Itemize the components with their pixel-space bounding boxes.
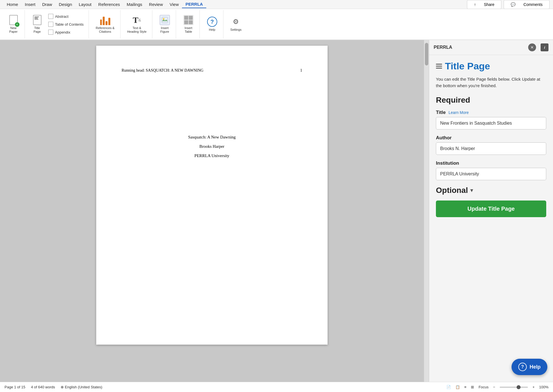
menu-references[interactable]: References — [95, 1, 123, 8]
view-icon-3: ⊞ — [471, 385, 474, 389]
optional-label-text: Optional — [436, 186, 468, 195]
help-fab-button[interactable]: ? Help — [512, 359, 547, 375]
document-page: Running head: SASQUATCH: A NEW DAWNING 1… — [96, 46, 328, 345]
insert-figure-icon — [160, 15, 170, 25]
text-heading-button[interactable]: T & Text &Heading Style — [125, 14, 149, 35]
field-group-institution: Institution — [436, 160, 546, 180]
ribbon-group-refs: References &Citations — [90, 10, 120, 38]
update-title-page-button[interactable]: Update Title Page — [436, 201, 546, 217]
title-page-label: TitlePage — [34, 26, 41, 34]
page-content: Sasquatch: A New Dawning Brooks Harper P… — [122, 135, 302, 158]
refs-label: References &Citations — [96, 26, 115, 34]
status-bar: Page 1 of 15 4 of 640 words ⊗ English (U… — [0, 382, 553, 392]
focus-label[interactable]: Focus — [479, 385, 488, 389]
new-paper-icon — [8, 15, 19, 25]
title-page-icon — [32, 15, 42, 25]
doc-author: Brooks Harper — [199, 144, 225, 149]
panel-header-title: PERRLA — [434, 45, 452, 50]
ribbon-stack-pages: Abstract Table of Contents Appendix — [47, 13, 85, 36]
ribbon-group-settings: ⚙ Settings — [225, 10, 247, 38]
menu-perrla[interactable]: PERRLA — [182, 1, 206, 8]
toc-icon — [48, 22, 53, 27]
zoom-slider[interactable] — [500, 387, 528, 388]
page-info: Page 1 of 15 — [5, 385, 25, 389]
toc-button[interactable]: Table of Contents — [47, 21, 85, 28]
ribbon-group-figure: InsertFigure — [153, 10, 176, 38]
view-icon-2: ≡ — [464, 385, 467, 389]
author-label-text: Author — [436, 135, 452, 141]
menu-review[interactable]: Review — [146, 1, 166, 8]
share-button[interactable]: ↑ Share — [467, 0, 501, 9]
learn-more-link[interactable]: Learn More — [449, 110, 469, 115]
doc-institution: PERRLA University — [194, 153, 229, 158]
institution-field-label: Institution — [436, 160, 546, 166]
abstract-button[interactable]: Abstract — [47, 13, 85, 20]
panel-body: Title Page You can edit the Title Page f… — [429, 55, 553, 375]
comments-button[interactable]: 💬 Comments — [504, 0, 550, 9]
ribbon-settings-label: Settings — [230, 28, 242, 32]
ribbon-settings-button[interactable]: ⚙ Settings — [228, 16, 244, 33]
new-paper-button[interactable]: NewPaper — [6, 14, 21, 35]
menu-draw[interactable]: Draw — [39, 1, 56, 8]
institution-label-text: Institution — [436, 160, 459, 166]
field-group-title: Title Learn More — [436, 110, 546, 129]
ribbon-help-icon: ? — [207, 17, 217, 27]
scrollbar-thumb[interactable] — [425, 43, 428, 65]
abstract-icon — [48, 14, 53, 19]
field-group-author: Author — [436, 135, 546, 155]
zoom-minus[interactable]: − — [493, 385, 495, 389]
comments-icon: 💬 — [507, 1, 519, 8]
required-heading: Required — [436, 96, 546, 105]
panel-close-button[interactable]: ✕ — [528, 43, 536, 51]
panel-desc-before: You can edit the Title Page fields below… — [436, 77, 522, 82]
panel-info-button[interactable]: i — [541, 43, 548, 51]
ribbon-group-help: ? Help — [201, 10, 223, 38]
side-panel: PERRLA ✕ i Title Page You can edit the T… — [429, 40, 553, 382]
running-head: Running head: SASQUATCH: A NEW DAWNING — [122, 68, 203, 73]
appendix-button[interactable]: Appendix — [47, 29, 85, 36]
page-number: 1 — [300, 68, 302, 73]
hamburger-line — [436, 66, 442, 67]
ribbon-help-button[interactable]: ? Help — [204, 16, 220, 33]
optional-heading[interactable]: Optional ▾ — [436, 186, 546, 195]
menu-layout[interactable]: Layout — [75, 1, 95, 8]
menu-mailings[interactable]: Mailings — [123, 1, 146, 8]
text-heading-icon: T & — [132, 15, 142, 25]
comments-label: Comments — [520, 1, 546, 8]
refs-citations-button[interactable]: References &Citations — [93, 14, 117, 35]
menu-insert[interactable]: Insert — [21, 1, 39, 8]
document-scrollbar[interactable] — [424, 40, 429, 382]
author-field-label: Author — [436, 135, 546, 141]
appendix-label: Appendix — [55, 30, 70, 34]
spellcheck-icon: ⊗ — [61, 385, 64, 389]
zoom-plus[interactable]: + — [532, 385, 535, 389]
toc-label: Table of Contents — [55, 22, 84, 27]
menu-view[interactable]: View — [166, 1, 182, 8]
ribbon-settings-icon: ⚙ — [231, 17, 241, 27]
title-field-label: Title Learn More — [436, 110, 546, 115]
author-input[interactable] — [436, 142, 546, 155]
insert-table-button[interactable]: InsertTable — [181, 14, 196, 35]
ribbon-group-text: T & Text &Heading Style — [122, 10, 153, 38]
insert-table-icon — [183, 15, 194, 25]
menu-design[interactable]: Design — [56, 1, 76, 8]
panel-section-title: Title Page — [436, 61, 546, 72]
ribbon: NewPaper TitlePage Abstract Table of Con… — [0, 9, 553, 40]
focus-icon: 📄 — [446, 385, 451, 389]
title-page-button[interactable]: TitlePage — [29, 14, 45, 35]
language-text: English (United States) — [65, 385, 102, 389]
insert-figure-button[interactable]: InsertFigure — [157, 14, 172, 35]
title-label-text: Title — [436, 110, 446, 115]
share-icon: ↑ — [471, 1, 479, 8]
help-fab-label: Help — [530, 364, 541, 370]
language-indicator: ⊗ English (United States) — [61, 385, 102, 389]
panel-hamburger-icon[interactable] — [436, 64, 442, 69]
share-label: Share — [480, 1, 498, 8]
menu-bar: Home Insert Draw Design Layout Reference… — [0, 0, 553, 9]
panel-description: You can edit the Title Page fields below… — [436, 76, 546, 89]
title-input[interactable] — [436, 117, 546, 129]
hamburger-line — [436, 64, 442, 65]
institution-input[interactable] — [436, 168, 546, 180]
doc-title: Sasquatch: A New Dawning — [188, 135, 236, 140]
menu-home[interactable]: Home — [3, 1, 21, 8]
